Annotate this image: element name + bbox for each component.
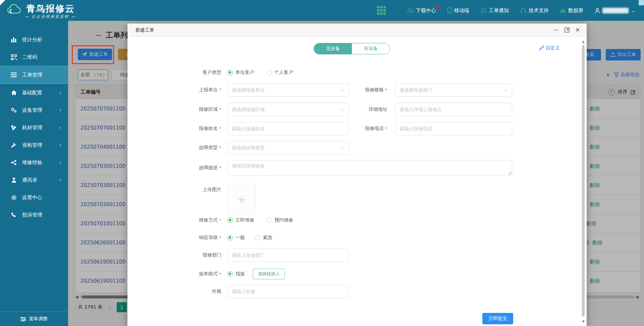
chevron-down-icon [340, 145, 344, 149]
reporter-name-input[interactable] [227, 122, 349, 135]
new-order-modal: 新建工单 — ✕ 无设备 有设备 自定义 客户类型 单位客户 个人客户 上报单位… [127, 24, 587, 326]
price-input[interactable] [227, 285, 349, 298]
form-row-price: 价格 [127, 285, 587, 298]
radio-assign[interactable]: 指派 [227, 271, 245, 277]
close-icon[interactable]: ✕ [574, 27, 581, 33]
user-icon [595, 8, 600, 13]
header-nav: 下载中心 移动端 工单通知 技术支持 数据屏 [407, 7, 635, 14]
required-mark: * [219, 235, 221, 240]
brand-logo: 青鸟报修云 — 让企业维保更及时 — [5, 0, 106, 21]
upload-image-button[interactable]: + [227, 184, 256, 215]
sidebar-item-complaints[interactable]: 投诉管理 [0, 206, 68, 224]
gear-icon [10, 195, 17, 200]
modal-scrollbar-thumb[interactable] [582, 45, 585, 317]
radio-label: 一般 [235, 235, 245, 241]
user-menu[interactable]: ⌄ [595, 8, 635, 13]
sidebar-item-basic-config[interactable]: 基础配置 ‹ [0, 84, 68, 101]
scroll-down-icon[interactable]: ▼ [581, 320, 585, 323]
required-mark: * [219, 107, 221, 112]
required-mark: * [219, 165, 221, 171]
form-row-priority: 响应等级* 一般 紧急 [127, 231, 587, 244]
sidebar-item-device-mgmt[interactable]: 设备管理 ‹ [0, 101, 68, 119]
building-select[interactable]: 请选择报修部门 [395, 83, 512, 97]
sidebar-item-statistics[interactable]: 统计分析 [0, 31, 68, 48]
apps-grid-icon[interactable] [377, 6, 386, 15]
nav-label: 移动端 [454, 7, 469, 14]
sidebar-item-label: 通讯录 [22, 177, 37, 183]
toggle-with-device[interactable]: 有设备 [352, 43, 390, 54]
device-toggle: 无设备 有设备 [314, 43, 390, 54]
nav-download-center[interactable]: 下载中心 [407, 7, 436, 14]
bell-icon [481, 7, 486, 13]
radio-priority-normal[interactable]: 一般 [227, 235, 245, 241]
scroll-up-icon[interactable]: ▲ [581, 40, 585, 43]
maximize-button[interactable] [564, 27, 570, 33]
nav-data-screen[interactable]: 数据屏 [560, 7, 583, 14]
customize-link[interactable]: 自定义 [539, 45, 560, 51]
toggle-no-device[interactable]: 无设备 [314, 43, 352, 54]
nav-mobile[interactable]: 移动端 [447, 7, 469, 14]
radio-icon [266, 70, 272, 75]
sidebar-item-label: 巡检管理 [22, 142, 42, 148]
department-input[interactable] [227, 248, 349, 262]
field-label: 故障类型* [174, 141, 221, 154]
radio-label: 预约维修 [274, 217, 293, 223]
form-row-unit-building: 上报单位* 请选择报修单位 报修楼栋* 请选择报修部门 [127, 83, 587, 97]
modal-scrollbar[interactable]: ▲ ▼ [581, 40, 585, 323]
choose-assignee-button[interactable]: 选择指派人 [253, 269, 285, 279]
nav-tech-support[interactable]: 技术支持 [520, 7, 549, 14]
chevron-down-icon: ⌄ [632, 8, 635, 13]
person-icon [10, 177, 17, 183]
wrench-icon [10, 142, 17, 148]
menu-icon [10, 73, 17, 77]
sidebar-item-label: 设置中心 [22, 194, 42, 201]
chevron-left-icon: ‹ [59, 107, 61, 113]
radio-scheduled-repair[interactable]: 预约维修 [266, 217, 293, 223]
submit-button[interactable]: 立即提交 [482, 313, 513, 324]
customize-label: 自定义 [546, 45, 560, 51]
nav-label: 数据屏 [568, 7, 583, 14]
radio-icon [255, 235, 260, 240]
sidebar-menu-adjust[interactable]: 菜单调整 [0, 312, 68, 326]
gears-icon [10, 107, 17, 113]
radio-priority-urgent[interactable]: 紧急 [255, 235, 272, 241]
sidebar-item-settings-center[interactable]: 设置中心 [0, 189, 68, 206]
user-name-redacted [602, 8, 629, 13]
area-select[interactable]: 请选择报修区域 [227, 103, 349, 116]
field-label: 报修部门 [174, 248, 221, 262]
radio-unit-customer[interactable]: 单位客户 [227, 69, 254, 76]
fault-desc-textarea[interactable] [227, 160, 512, 176]
field-label: 上报单位* [174, 83, 221, 97]
radio-personal-customer[interactable]: 个人客户 [266, 69, 293, 76]
sidebar-item-repair-experience[interactable]: 维修经验 ‹ [0, 154, 68, 171]
notification-badge [436, 5, 439, 8]
field-label: 维修方式* [174, 214, 221, 227]
sidebar-menu: 统计分析 二维码 工单管理 基础配置 ‹ 设备管理 ‹ 耗材管理 ‹ 巡检管理 [0, 31, 68, 224]
radio-label: 个人客户 [274, 69, 293, 76]
select-placeholder: 请选择报修单位 [232, 84, 265, 96]
nav-order-notice[interactable]: 工单通知 [481, 7, 509, 14]
mobile-icon [447, 7, 452, 13]
report-unit-select[interactable]: 请选择报修单位 [227, 83, 349, 97]
resize-handle[interactable] [508, 172, 511, 175]
address-input[interactable] [395, 103, 512, 116]
form-row-area-address: 报修区域* 请选择报修区域 详细地址 [127, 103, 587, 116]
fault-type-select[interactable]: 请选择故障类型 [227, 141, 349, 154]
field-label: 上传图片 [174, 184, 221, 200]
sidebar-item-contacts[interactable]: 通讯录 ‹ [0, 171, 68, 189]
radio-immediate-repair[interactable]: 立即维修 [227, 217, 254, 223]
sidebar-item-qrcode[interactable]: 二维码 [0, 48, 68, 66]
sidebar-item-materials[interactable]: 耗材管理 ‹ [0, 119, 68, 136]
select-placeholder: 请选择报修部门 [399, 84, 432, 96]
sidebar-item-work-orders[interactable]: 工单管理 [0, 66, 68, 84]
share-icon [10, 160, 17, 165]
field-label: 派单模式* [174, 267, 221, 281]
field-label: 报修区域* [174, 103, 221, 116]
sidebar-item-inspection[interactable]: 巡检管理 ‹ [0, 136, 68, 154]
top-header: 青鸟报修云 — 让企业维保更及时 — 下载中心 移动端 工单通知 [0, 0, 644, 21]
brand-tagline: — 让企业维保更及时 — [25, 14, 76, 19]
reporter-phone-input[interactable] [395, 122, 512, 135]
required-mark: * [219, 218, 221, 223]
minimize-button[interactable]: — [553, 27, 559, 33]
form-row-department: 报修部门 [127, 248, 587, 262]
